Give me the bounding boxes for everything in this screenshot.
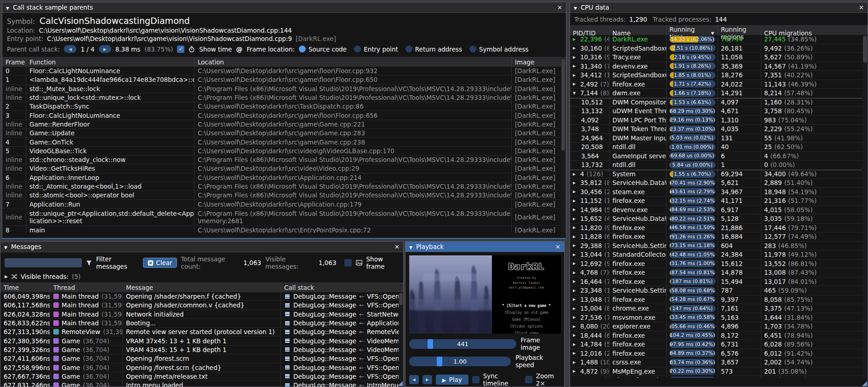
table-row[interactable]: 6Application::InnerLoopC:\Users\wolf\Des… bbox=[2, 173, 566, 182]
callstack-scrollbar[interactable] bbox=[561, 58, 565, 237]
table-row[interactable]: inlinestd::_Mutex_base::lockC:\Program F… bbox=[2, 85, 566, 93]
play-button[interactable]: Play bbox=[436, 375, 468, 385]
expand-row-icon[interactable]: ▶ bbox=[573, 253, 578, 257]
cpu-row[interactable]: ▶13,048(7)firefox.exe154.28 ms (0.67%)9,… bbox=[570, 295, 868, 305]
radio-icon[interactable] bbox=[469, 46, 476, 52]
expand-row-icon[interactable]: ▶ bbox=[573, 82, 578, 86]
location-value[interactable]: C:\Users\wolf\Desktop\darkrl\src\game\vi… bbox=[39, 27, 292, 34]
expand-row-icon[interactable]: ▶ bbox=[573, 271, 578, 275]
expand-row-icon[interactable]: ▶ bbox=[573, 208, 578, 212]
expand-row-icon[interactable]: ▶ bbox=[573, 306, 578, 311]
expand-row-icon[interactable]: ▶ bbox=[573, 225, 578, 230]
message-row[interactable]: 627,380,356nsGame(36,704)VRAM 37x45: 13 … bbox=[0, 336, 403, 345]
callstack-cell[interactable]: DebugLog::Message←VideoMemo bbox=[281, 336, 403, 345]
collapse-row-icon[interactable]: ▼ bbox=[573, 91, 578, 95]
radio-icon[interactable] bbox=[354, 46, 361, 52]
expand-row-icon[interactable]: ▶ bbox=[573, 297, 578, 301]
message-row[interactable]: 627,399,326nsGame(36,704)VRAM 43x45: 15 … bbox=[0, 346, 403, 354]
table-row[interactable]: 5VideoGLBase::TickC:\Users\wolf\Desktop\… bbox=[2, 147, 566, 156]
table-row[interactable]: 1<lambda_84a19dc444fae966ca174e83e708bdc… bbox=[2, 75, 566, 84]
cpu-row[interactable]: 20,508ntdll.dll1.01 ms (0.00%)4025(62.50… bbox=[570, 143, 868, 152]
visible-threads-row[interactable]: ▶ Visible threads: (5) bbox=[0, 272, 403, 283]
callstack-cell[interactable]: DebugLog::Message←VFS::Open bbox=[281, 363, 403, 371]
frame-location-option[interactable]: Symbol address bbox=[469, 46, 529, 53]
show-frame-checkbox[interactable] bbox=[344, 259, 352, 266]
cpu-row[interactable]: 13,732ntdll.dll5.84 us (0.00%)10(0.00%) bbox=[570, 161, 868, 170]
expand-row-icon[interactable]: ▶ bbox=[573, 190, 578, 194]
expand-row-icon[interactable]: ▶ bbox=[573, 64, 578, 68]
close-icon[interactable] bbox=[394, 243, 400, 250]
expand-row-icon[interactable]: ▶ bbox=[573, 369, 578, 373]
cpu-row[interactable]: ▶23,348(106)ServiceHub.SettingsHost158.0… bbox=[570, 286, 868, 295]
close-icon[interactable] bbox=[555, 243, 560, 250]
message-row[interactable]: 627,831,246nsGame(36,704)Intro menu load… bbox=[0, 381, 403, 387]
message-row[interactable]: 626,024,328nsMain thread(31,596)Network … bbox=[0, 310, 403, 319]
cpu-row[interactable]: ▶30,160(84)ScriptedSandbox64.exe2.51 s (… bbox=[570, 44, 868, 53]
close-icon[interactable] bbox=[859, 4, 864, 11]
callstack-icon[interactable] bbox=[284, 294, 291, 300]
expand-row-icon[interactable]: ▶ bbox=[573, 342, 578, 347]
callstack-icon[interactable] bbox=[284, 311, 291, 317]
cpu-row[interactable]: ▶13,044(10)StandardCollector.Service242.… bbox=[570, 250, 868, 260]
cpu-row[interactable]: ▶14,784(5)firefox.exe97.95 ms (0.42%)6,7… bbox=[570, 340, 868, 349]
expand-row-icon[interactable]: ▶ bbox=[573, 289, 578, 293]
collapse-icon[interactable] bbox=[409, 243, 412, 250]
callstack-icon[interactable] bbox=[284, 320, 291, 326]
playback-speed-slider[interactable]: 1.00 bbox=[409, 357, 511, 366]
callstack-icon[interactable] bbox=[284, 347, 291, 352]
collapse-icon[interactable] bbox=[6, 4, 9, 11]
callstack-cell[interactable]: DebugLog::Message←VFS::Open bbox=[281, 372, 403, 381]
cpu-row[interactable]: 10,512DWM Compositor Thread1.53 s (6.63%… bbox=[570, 98, 868, 107]
cpu-row[interactable]: 13,132uDWM Event Thread68.29 ms (0.30%)4… bbox=[570, 107, 868, 116]
message-row[interactable]: 626,833,622nsMain thread(31,596)Booting.… bbox=[0, 319, 403, 328]
message-row[interactable]: 627,667,736nsGame(36,704)Opening /meta/r… bbox=[0, 372, 403, 381]
callstack-icon[interactable] bbox=[284, 302, 291, 308]
expand-row-icon[interactable]: ▶ bbox=[573, 315, 578, 319]
table-row[interactable]: inlinestd::unique_lock<std::mutex>::lock… bbox=[2, 93, 566, 102]
message-row[interactable]: 627,411,606nsGame(36,704)Opening /forest… bbox=[0, 354, 403, 363]
cpu-scrollbar[interactable] bbox=[862, 35, 868, 378]
table-row[interactable]: 2TaskDispatch::SyncC:\Users\wolf\Desktop… bbox=[2, 102, 566, 111]
radio-icon[interactable] bbox=[405, 46, 412, 52]
expand-row-icon[interactable]: ▶ bbox=[573, 351, 578, 355]
cpu-row[interactable]: ▶27,696(17)Microsoft.ServiceHub.Co48.06 … bbox=[570, 376, 868, 378]
cpu-row[interactable]: ▶11,152(12)firefox.exe632.15 ms (2.74%)4… bbox=[570, 196, 868, 206]
cpu-row[interactable]: ▶22,396(49)DarkRL.exe14.33 s (62.06%)78,… bbox=[570, 35, 868, 44]
col-callstack[interactable]: Call stack bbox=[281, 283, 403, 292]
frame-image-slider[interactable]: 441 bbox=[409, 339, 516, 349]
cpu-row[interactable]: ▶11,828(6)firefox.exe291.26 ms (1.26%)16… bbox=[570, 232, 868, 242]
cpu-row[interactable]: 4,092DWM LPC Port Thread29.16 ms (0.13%)… bbox=[570, 116, 868, 125]
radio-icon[interactable] bbox=[299, 46, 306, 52]
callstack-cell[interactable]: DebugLog::Message←VFS::Open bbox=[281, 292, 403, 300]
cpu-row[interactable]: ▶15,652(43)ServiceHub.DataWarehou580.22 … bbox=[570, 214, 868, 224]
message-row[interactable]: 627,558,996nsGame(36,704)Opening /forest… bbox=[0, 363, 403, 372]
expand-row-icon[interactable]: ▶ bbox=[573, 199, 578, 203]
cpu-row[interactable]: ▶12,016(2)firefox.exe84.89 ms (0.37%)6,5… bbox=[570, 349, 868, 358]
expand-row-icon[interactable]: ▶ bbox=[573, 235, 578, 239]
cpu-row[interactable]: ▶27,536(7)msvsmon.exe133.45 ms (0.58%)5,… bbox=[570, 313, 868, 323]
resize-grip[interactable] bbox=[398, 381, 403, 386]
col-frame[interactable]: Frame bbox=[2, 58, 26, 67]
expand-row-icon[interactable]: ▶ bbox=[573, 279, 578, 283]
cpu-row[interactable]: ▶14,984(50)devenv.exe584.69 ms (2.53%)6,… bbox=[570, 206, 868, 215]
col-function[interactable]: Function bbox=[26, 58, 194, 67]
cpu-row[interactable]: ▶31,340(75)devenv.exe1.91 s (8.26%)35,36… bbox=[570, 62, 868, 71]
filter-input[interactable] bbox=[5, 258, 82, 267]
expand-row-icon[interactable]: ▶ bbox=[573, 172, 578, 176]
expand-row-icon[interactable]: ▶ bbox=[573, 55, 578, 59]
expand-row-icon[interactable]: ▶ bbox=[573, 360, 578, 364]
expand-row-icon[interactable]: ▶ bbox=[573, 243, 578, 248]
next-callstack-button[interactable]: ▶ bbox=[99, 45, 111, 53]
cpu-row[interactable]: ▶29,388(77)ServiceHub.SettingsHost273.15… bbox=[570, 242, 868, 251]
cpu-row[interactable]: ▶35,812(88)ServiceHub.DataWarehou670.41 … bbox=[570, 179, 868, 188]
table-row[interactable]: inlineVideo::GetTicksHiResC:\Users\wolf\… bbox=[2, 164, 566, 173]
clear-button[interactable]: Clear bbox=[143, 258, 177, 268]
table-row[interactable]: 7Application::RunC:\Users\wolf\Desktop\d… bbox=[2, 200, 566, 208]
table-row[interactable]: inlineGame::RenderFloorC:\Users\wolf\Des… bbox=[2, 120, 566, 129]
show-time-checkbox[interactable] bbox=[177, 46, 184, 53]
expand-row-icon[interactable]: ▶ bbox=[573, 324, 578, 329]
table-row[interactable]: 0Floor::CalcLightNoLuminanceC:\Users\wol… bbox=[2, 67, 566, 75]
resize-grip[interactable] bbox=[862, 381, 867, 386]
callstack-cell[interactable]: DebugLog::Message←VFS::Open bbox=[281, 301, 403, 309]
table-row[interactable]: 8mainC:\Users\wolf\Desktop\darkrl\src\En… bbox=[2, 226, 566, 233]
